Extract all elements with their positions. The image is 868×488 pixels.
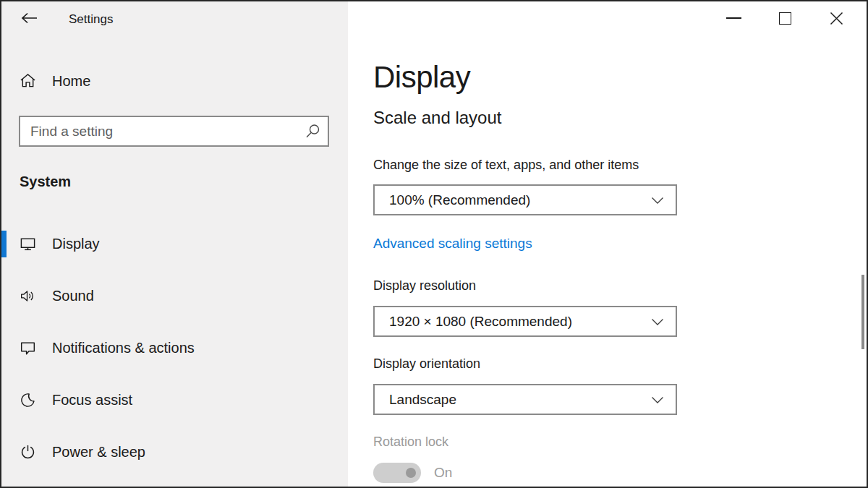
- sidebar-item-display[interactable]: Display: [0, 231, 348, 257]
- rotation-lock-label: Rotation lock: [373, 433, 448, 450]
- power-icon: [20, 444, 36, 461]
- sidebar-item-focus-assist[interactable]: Focus assist: [0, 387, 348, 414]
- sidebar-item-notifications[interactable]: Notifications & actions: [0, 335, 348, 361]
- sidebar-item-label: Home: [52, 69, 90, 93]
- speech-bubble-icon: [20, 340, 36, 356]
- search-box: [19, 116, 329, 147]
- sidebar-item-label: Focus assist: [52, 387, 132, 414]
- resolution-dropdown-value: 1920 × 1080 (Recommended): [389, 307, 572, 335]
- rotation-lock-state: On: [434, 463, 452, 483]
- minimize-button[interactable]: [717, 6, 750, 30]
- advanced-scaling-link[interactable]: Advanced scaling settings: [373, 234, 532, 253]
- settings-window: Settings Home System Display Soun: [0, 0, 868, 488]
- back-button[interactable]: [13, 7, 45, 29]
- arrow-left-icon: [21, 12, 38, 24]
- scrollbar-thumb[interactable]: [861, 275, 864, 349]
- maximize-button[interactable]: [768, 6, 801, 30]
- window-title: Settings: [69, 12, 113, 27]
- sidebar-item-power-sleep[interactable]: Power & sleep: [0, 439, 348, 466]
- close-icon: [830, 12, 843, 25]
- orientation-dropdown[interactable]: Landscape: [373, 384, 677, 415]
- home-icon: [20, 72, 36, 89]
- orientation-label: Display orientation: [373, 355, 480, 372]
- chevron-down-icon: [651, 197, 664, 205]
- scale-label: Change the size of text, apps, and other…: [373, 156, 639, 174]
- search-input[interactable]: [20, 117, 328, 145]
- monitor-icon: [20, 236, 36, 252]
- sidebar-item-label: Sound: [52, 283, 94, 309]
- close-button[interactable]: [820, 6, 853, 30]
- toggle-knob-icon: [406, 468, 416, 478]
- maximize-icon: [779, 12, 791, 25]
- scale-dropdown[interactable]: 100% (Recommended): [373, 184, 677, 215]
- chevron-down-icon: [651, 318, 664, 326]
- sidebar-item-home[interactable]: Home: [0, 69, 348, 93]
- orientation-dropdown-value: Landscape: [389, 385, 456, 414]
- minimize-icon: [726, 17, 741, 19]
- resolution-dropdown[interactable]: 1920 × 1080 (Recommended): [373, 306, 677, 337]
- scale-dropdown-value: 100% (Recommended): [389, 186, 530, 214]
- chevron-down-icon: [651, 396, 664, 404]
- sidebar: Settings Home System Display Soun: [0, 0, 348, 488]
- sidebar-item-label: Display: [52, 231, 100, 257]
- rotation-lock-toggle[interactable]: [373, 463, 421, 483]
- section-title: Scale and layout: [373, 106, 501, 129]
- sidebar-item-sound[interactable]: Sound: [0, 283, 348, 309]
- resolution-label: Display resolution: [373, 277, 476, 294]
- sidebar-item-label: Notifications & actions: [52, 335, 195, 361]
- crescent-moon-icon: [20, 392, 36, 408]
- search-icon[interactable]: [305, 124, 320, 139]
- page-title: Display: [373, 59, 470, 95]
- speaker-icon: [20, 288, 36, 304]
- sidebar-section-header: System: [20, 171, 71, 192]
- sidebar-item-label: Power & sleep: [52, 439, 145, 466]
